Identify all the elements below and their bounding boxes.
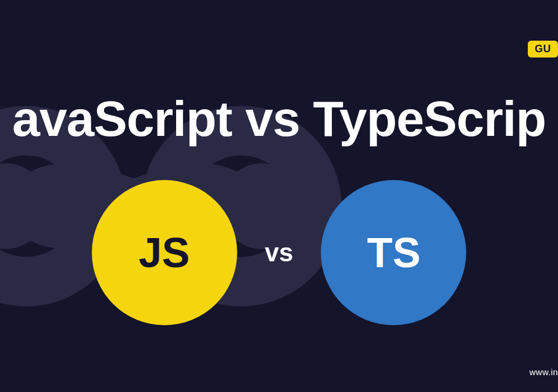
ts-label: TS [367, 229, 420, 276]
typescript-circle: TS [321, 180, 466, 325]
javascript-circle: JS [92, 180, 237, 325]
main-title: avaScript vs TypeScrip [0, 90, 558, 148]
vs-label: vs [265, 238, 294, 267]
js-label: JS [138, 229, 189, 276]
comparison-row: JS vs TS [0, 180, 558, 325]
footer-url: www.in [530, 367, 558, 377]
guide-badge: GU [528, 41, 558, 57]
